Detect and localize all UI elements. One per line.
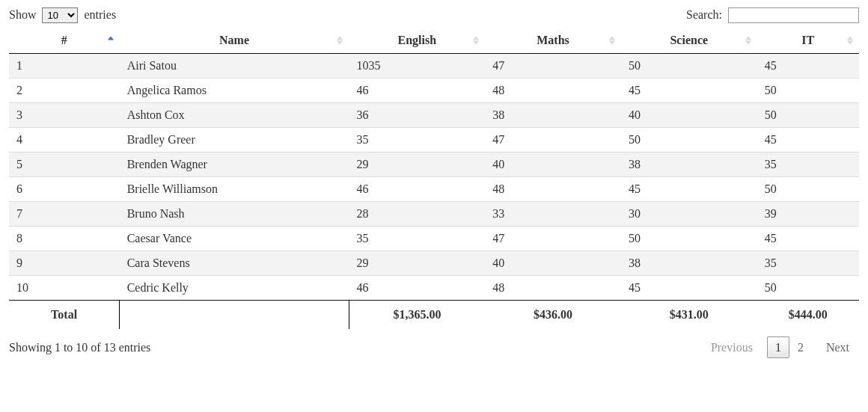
- column-label: Science: [670, 34, 708, 46]
- length-suffix: entries: [84, 8, 116, 21]
- cell-it: 50: [757, 177, 859, 202]
- cell-name: Ashton Cox: [120, 103, 349, 128]
- cell-maths: 38: [485, 103, 621, 128]
- cell-science: 38: [621, 251, 757, 276]
- table-row: 9Cara Stevens29403835: [9, 251, 859, 276]
- table-row: 10Cedric Kelly46484550: [9, 276, 859, 301]
- column-header-it[interactable]: IT: [757, 28, 859, 54]
- cell-maths: 47: [485, 227, 621, 251]
- table-controls-bottom: Showing 1 to 10 of 13 entries Previous 1…: [9, 336, 859, 359]
- cell-science: 40: [621, 103, 757, 128]
- cell-name: Cedric Kelly: [120, 276, 349, 301]
- cell-science: 50: [621, 54, 757, 79]
- footer-maths: $436.00: [485, 301, 621, 330]
- cell-maths: 47: [485, 128, 621, 153]
- cell-science: 45: [621, 276, 757, 301]
- pagination-page[interactable]: 2: [789, 336, 812, 358]
- cell-science: 45: [621, 79, 757, 103]
- column-header-science[interactable]: Science: [621, 28, 757, 54]
- sort-icon: [745, 37, 751, 45]
- cell-english: 46: [349, 276, 485, 301]
- cell-english: 35: [349, 227, 485, 251]
- table-body: 1Airi Satou10354750452Angelica Ramos4648…: [9, 54, 859, 301]
- cell-it: 50: [757, 79, 859, 103]
- table-info: Showing 1 to 10 of 13 entries: [9, 341, 150, 354]
- cell-maths: 48: [485, 79, 621, 103]
- cell-it: 45: [757, 54, 859, 79]
- cell-id: 1: [9, 54, 120, 79]
- table-controls-top: Show 102550100 entries Search:: [9, 7, 859, 23]
- cell-maths: 33: [485, 202, 621, 227]
- cell-science: 38: [621, 153, 757, 177]
- sort-asc-icon: [609, 37, 615, 40]
- sort-asc-icon: [473, 37, 479, 40]
- column-header-maths[interactable]: Maths: [485, 28, 621, 54]
- header-row: # Name English: [9, 28, 859, 54]
- cell-it: 45: [757, 128, 859, 153]
- cell-english: 28: [349, 202, 485, 227]
- footer-english: $1,365.00: [349, 301, 485, 330]
- footer-total-label: Total: [9, 301, 120, 330]
- cell-id: 10: [9, 276, 120, 301]
- sort-desc-icon: [473, 41, 479, 45]
- cell-id: 7: [9, 202, 120, 227]
- cell-it: 45: [757, 227, 859, 251]
- table-row: 6Brielle Williamson46484550: [9, 177, 859, 202]
- cell-science: 45: [621, 177, 757, 202]
- column-label: Name: [219, 34, 249, 46]
- cell-maths: 48: [485, 276, 621, 301]
- cell-id: 8: [9, 227, 120, 251]
- sort-asc-icon: [745, 37, 751, 40]
- footer-name: [120, 301, 349, 330]
- footer-row: Total $1,365.00 $436.00 $431.00 $444.00: [9, 301, 859, 330]
- table-row: 1Airi Satou1035475045: [9, 54, 859, 79]
- cell-it: 35: [757, 153, 859, 177]
- column-header-english[interactable]: English: [349, 28, 485, 54]
- length-select[interactable]: 102550100: [42, 7, 78, 23]
- pagination: Previous 12 Next: [701, 336, 859, 359]
- sort-icon: [108, 37, 114, 45]
- column-label: IT: [801, 34, 814, 46]
- cell-science: 50: [621, 227, 757, 251]
- sort-asc-icon: [108, 37, 114, 40]
- table-row: 7Bruno Nash28333039: [9, 202, 859, 227]
- sort-icon: [609, 37, 615, 45]
- cell-english: 29: [349, 251, 485, 276]
- column-header-name[interactable]: Name: [120, 28, 349, 54]
- cell-maths: 47: [485, 54, 621, 79]
- column-label: #: [61, 34, 67, 46]
- cell-name: Bruno Nash: [120, 202, 349, 227]
- cell-id: 2: [9, 79, 120, 103]
- cell-name: Brielle Williamson: [120, 177, 349, 202]
- column-label: Maths: [537, 34, 569, 46]
- pagination-next[interactable]: Next: [816, 336, 859, 359]
- cell-english: 46: [349, 79, 485, 103]
- table-row: 4Bradley Greer35475045: [9, 128, 859, 153]
- search-input[interactable]: [728, 7, 859, 23]
- footer-it: $444.00: [757, 301, 859, 330]
- sort-icon: [473, 37, 479, 45]
- pagination-previous[interactable]: Previous: [701, 336, 762, 359]
- cell-it: 50: [757, 276, 859, 301]
- cell-name: Cara Stevens: [120, 251, 349, 276]
- table-row: 8Caesar Vance35475045: [9, 227, 859, 251]
- pagination-page[interactable]: 1: [767, 336, 789, 358]
- cell-id: 4: [9, 128, 120, 153]
- table-row: 2Angelica Ramos46484550: [9, 79, 859, 103]
- cell-name: Bradley Greer: [120, 128, 349, 153]
- cell-it: 50: [757, 103, 859, 128]
- column-header-id[interactable]: #: [9, 28, 120, 54]
- cell-id: 3: [9, 103, 120, 128]
- cell-english: 1035: [349, 54, 485, 79]
- cell-it: 39: [757, 202, 859, 227]
- search-control: Search:: [686, 7, 859, 23]
- sort-icon: [337, 37, 343, 45]
- sort-desc-icon: [337, 41, 343, 45]
- sort-asc-icon: [847, 37, 853, 40]
- length-label: Show 102550100 entries: [9, 8, 116, 21]
- cell-id: 5: [9, 153, 120, 177]
- sort-desc-icon: [847, 41, 853, 45]
- column-label: English: [397, 34, 436, 46]
- cell-name: Airi Satou: [120, 54, 349, 79]
- sort-asc-icon: [337, 37, 343, 40]
